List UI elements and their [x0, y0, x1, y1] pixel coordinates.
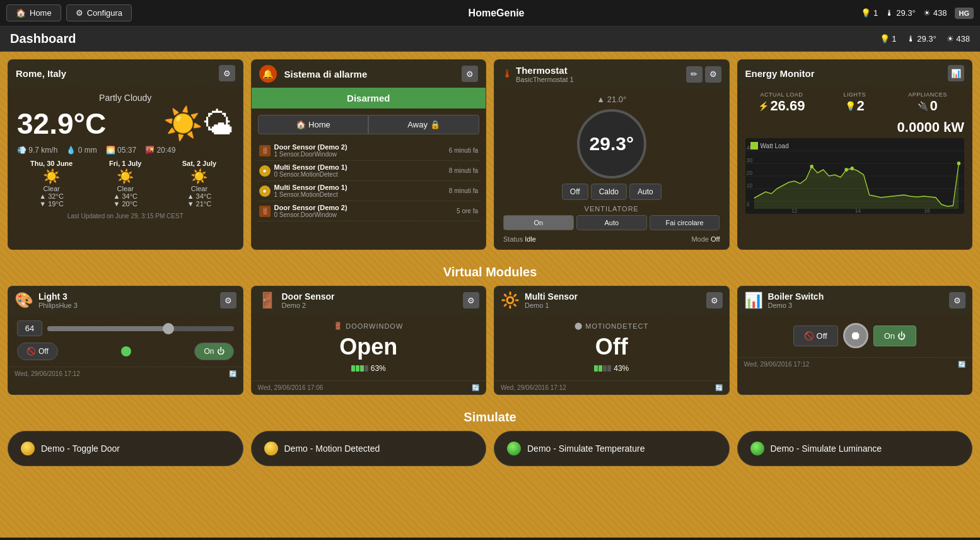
multi-status: Off	[502, 334, 721, 360]
energy-chart-button[interactable]: 📊	[948, 65, 964, 81]
home-button[interactable]: 🏠 Home	[6, 4, 61, 21]
sim-label-1: Demo - Motion Detected	[284, 443, 380, 454]
weather-temp: 32.9°C	[17, 107, 106, 141]
sim-dot-2	[507, 442, 521, 455]
forecast-day-0: Thu, 30 June ☀️ Clear ▲ 32°C▼ 19°C	[17, 160, 86, 208]
svg-text:20: 20	[746, 170, 752, 176]
battery-icon-multi	[594, 365, 611, 372]
simulate-btn-2[interactable]: Demo - Simulate Temperature	[494, 431, 730, 466]
sensor-item-0: 🚪 Door Sensor (Demo 2) 1 Sensor.DoorWind…	[257, 141, 481, 161]
door-module-body: 🚪 DOORWINDOW Open 63%	[252, 314, 486, 380]
alarm-icon: 🔔	[259, 65, 277, 83]
motion-sensor-icon-1: ●	[259, 165, 271, 177]
light-slider-row: 64	[17, 320, 234, 336]
energy-stats: ACTUAL LOAD ⚡ 26.69 LIGHTS 💡 2	[745, 91, 965, 114]
energy-chart: Watt Load 40 30 20 10 0	[745, 138, 965, 214]
thermostat-status-row: Status Idle Mode Off	[503, 235, 720, 243]
door-module-settings[interactable]: ⚙	[463, 292, 479, 308]
light-slider-fill	[47, 326, 168, 331]
alarm-away-button[interactable]: Away 🔒	[368, 115, 479, 134]
multi-module-name: Multi Sensor	[525, 291, 578, 302]
thermo-mode-off[interactable]: Off	[562, 184, 588, 200]
forecast-day-2: Sat, 2 July ☀️ Clear ▲ 34°C▼ 21°C	[165, 160, 233, 208]
home-label: Home	[30, 8, 52, 18]
boiler-off-button[interactable]: 🚫 Off	[793, 326, 838, 346]
appliances-value: 0	[930, 98, 937, 114]
alarm-settings-button[interactable]: ⚙	[462, 66, 478, 82]
door-sensor-icon-3: 🚪	[259, 206, 271, 217]
watt-chart-svg: 40 30 20 10 0 12 14 16	[745, 138, 965, 214]
sensor-item-2: ● Multi Sensor (Demo 1) 1 Sensor.MotionD…	[257, 181, 481, 201]
lights-stat: LIGHTS 💡 2	[818, 91, 891, 114]
boiler-on-button[interactable]: On ⏻	[873, 326, 916, 346]
power-icon-boiler: ⏻	[897, 331, 906, 341]
thermostat-settings-button[interactable]: ⚙	[705, 66, 721, 83]
boiler-module: 📊 Boiler Switch Demo 3 ⚙ 🚫 Off ⏺ On ⏻	[737, 286, 973, 395]
mode-label: Mode Off	[691, 235, 720, 243]
weather-condition: Partly Cloudy	[17, 93, 234, 103]
logo-badge: HG	[955, 8, 974, 19]
multi-module-settings[interactable]: ⚙	[706, 292, 723, 308]
simulate-btn-1[interactable]: Demo - Motion Detected	[251, 431, 487, 466]
light-on-button[interactable]: On ⏻	[194, 343, 233, 360]
alarm-home-button[interactable]: 🏠 Home	[258, 115, 369, 134]
weather-updated: Last Updated on June 29, 3:15 PM CEST	[17, 213, 234, 220]
door-module: 🚪 Door Sensor Demo 2 ⚙ 🚪 DOORWINDOW Open	[251, 286, 487, 395]
light-module-settings[interactable]: ⚙	[220, 292, 236, 308]
thermostat-edit-button[interactable]: ✏	[686, 66, 703, 83]
multi-module-icon: 🔆	[501, 291, 520, 309]
weather-forecast: Thu, 30 June ☀️ Clear ▲ 32°C▼ 19°C Fri, …	[17, 160, 234, 208]
thermostat-mode-btns: Off Caldo Auto	[503, 184, 720, 200]
energy-body: ACTUAL LOAD ⚡ 26.69 LIGHTS 💡 2	[738, 86, 972, 219]
stat-bulbs: 💡 1	[880, 34, 897, 44]
energy-widget: Energy Monitor 📊 ACTUAL LOAD ⚡ 26.69 LIG…	[737, 59, 973, 250]
status-label: Status Idle	[503, 235, 536, 243]
fan-mode-circolare[interactable]: Fai circolare	[650, 215, 720, 230]
alarm-widget: 🔔 Sistema di allarme ⚙ Disarmed 🏠 Home A…	[251, 59, 487, 250]
sunrise-detail: 🌅 05:37	[106, 146, 136, 155]
config-label: Configura	[87, 8, 122, 18]
sim-dot-3	[750, 442, 764, 455]
wind-detail: 💨 9.7 km/h	[17, 146, 57, 155]
multi-module-info: Multi Sensor Demo 1	[525, 291, 578, 309]
app-title: HomeGenie	[132, 8, 861, 19]
bulb-count: 1	[873, 8, 878, 18]
forecast-day-1: Fri, 1 July ☀️ Clear ▲ 34°C▼ 20°C	[91, 160, 160, 208]
temp-stat: 🌡 29.3°	[885, 8, 916, 18]
light-module-sub: PhilipsHue 3	[38, 302, 78, 309]
thermostat-widget: 🌡 Thermostat BasicThermostat 1 ✏ ⚙ ▲ 21.…	[494, 59, 730, 250]
simulate-title: Simulate	[8, 402, 972, 431]
door-status: Open	[259, 334, 479, 360]
config-button[interactable]: ⚙ Configura	[66, 4, 132, 21]
weather-settings-button[interactable]: ⚙	[219, 65, 235, 81]
stat-temp: 🌡 29.3°	[907, 34, 936, 44]
multi-module-sub: Demo 1	[525, 302, 578, 309]
appliances-stat: APPLIANCES 🔌 0	[891, 91, 964, 114]
boiler-module-settings[interactable]: ⚙	[949, 292, 965, 308]
refresh-icon-multi: 🔄	[715, 384, 723, 391]
simulate-btn-0[interactable]: Demo - Toggle Door	[8, 431, 243, 466]
light-slider[interactable]	[47, 326, 234, 331]
refresh-icon-door: 🔄	[472, 384, 479, 391]
sim-dot-1	[264, 442, 278, 455]
actual-load-stat: ACTUAL LOAD ⚡ 26.69	[745, 91, 819, 114]
legend-label: Watt Load	[761, 143, 789, 150]
simulate-btn-3[interactable]: Demo - Simulate Luminance	[737, 431, 973, 466]
light-slider-thumb[interactable]	[163, 323, 174, 334]
light-off-button[interactable]: 🚫 Off	[17, 343, 58, 360]
door-module-name: Door Sensor	[282, 291, 335, 302]
thermostat-current-temp: 29.3°	[577, 109, 646, 179]
fan-mode-on[interactable]: On	[503, 215, 574, 230]
home-icon: 🏠	[16, 8, 26, 18]
thermo-mode-auto[interactable]: Auto	[629, 184, 662, 200]
boiler-toggle[interactable]: ⏺	[843, 323, 868, 348]
multi-module-header: 🔆 Multi Sensor Demo 1 ⚙	[494, 286, 729, 314]
alarm-mode-btns: 🏠 Home Away 🔒	[252, 111, 486, 138]
thermo-mode-caldo[interactable]: Caldo	[591, 184, 627, 200]
fan-mode-auto[interactable]: Auto	[576, 215, 647, 230]
dashboard-header: Dashboard 💡 1 🌡 29.3° ☀ 438	[0, 26, 980, 52]
weather-icon: ☀️🌤	[163, 105, 234, 142]
svg-text:30: 30	[746, 157, 752, 163]
sensor-item-3: 🚪 Door Sensor (Demo 2) 0 Sensor.DoorWind…	[257, 201, 481, 221]
thermometer-icon: 🌡	[502, 68, 513, 81]
